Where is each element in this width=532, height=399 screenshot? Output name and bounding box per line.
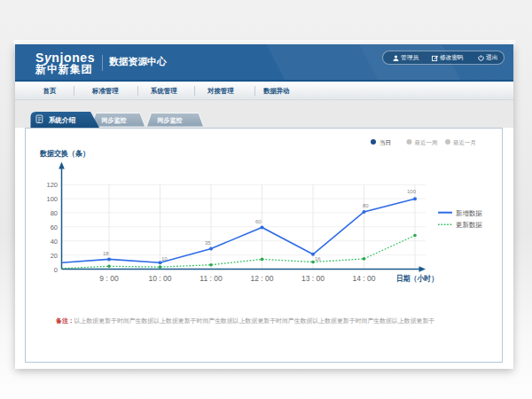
svg-text:16: 16 [315, 256, 321, 262]
svg-text:9 : 00: 9 : 00 [99, 274, 119, 283]
svg-text:备注：以上数据更新于时间产生数据以上数据更新于时间产生数据以: 备注：以上数据更新于时间产生数据以上数据更新于时间产生数据以上数据更新于时间产生… [55, 317, 434, 325]
svg-text:最近一月: 最近一月 [453, 139, 476, 146]
svg-text:80: 80 [51, 209, 58, 217]
svg-text:14 : 00: 14 : 00 [353, 274, 376, 283]
svg-text:18: 18 [103, 251, 109, 256]
svg-text:11 : 00: 11 : 00 [200, 274, 223, 283]
svg-text:当日: 当日 [379, 139, 391, 145]
svg-text:60: 60 [51, 223, 58, 231]
svg-text:120: 120 [46, 181, 58, 189]
svg-text:100: 100 [407, 189, 417, 194]
svg-text:10 : 00: 10 : 00 [149, 274, 172, 283]
svg-text:10: 10 [161, 256, 168, 262]
svg-text:13 : 00: 13 : 00 [301, 274, 325, 283]
svg-text:日期（小时）: 日期（小时） [396, 274, 438, 283]
svg-text:0: 0 [54, 266, 58, 274]
svg-text:35: 35 [205, 240, 211, 246]
svg-text:数据交换（条）: 数据交换（条） [39, 149, 90, 158]
svg-text:最近一周: 最近一周 [415, 139, 438, 145]
svg-text:同步监控: 同步监控 [102, 117, 127, 124]
svg-text:20: 20 [51, 252, 58, 260]
svg-text:新增数据: 新增数据 [456, 209, 482, 217]
svg-text:12 : 00: 12 : 00 [251, 274, 274, 283]
svg-text:60: 60 [255, 219, 262, 224]
svg-text:80: 80 [363, 203, 369, 208]
svg-text:同步监控: 同步监控 [158, 117, 183, 124]
svg-text:系统介绍: 系统介绍 [49, 116, 76, 124]
svg-text:100: 100 [46, 195, 58, 203]
svg-text:更新数据: 更新数据 [456, 221, 482, 229]
svg-text:40: 40 [51, 238, 58, 246]
